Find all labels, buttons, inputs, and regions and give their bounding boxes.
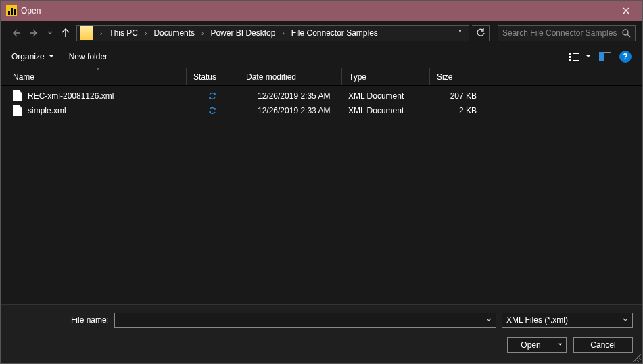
chevron-down-icon: [586, 54, 591, 59]
filename-combobox[interactable]: [114, 313, 496, 328]
help-icon: ?: [623, 52, 627, 61]
newfolder-button[interactable]: New folder: [69, 52, 108, 61]
chevron-right-icon: ›: [197, 30, 208, 37]
breadcrumb-seg-thispc[interactable]: This PC: [106, 28, 141, 38]
resize-grip[interactable]: [633, 354, 641, 362]
search-icon: [622, 29, 631, 38]
preview-pane-button[interactable]: [599, 52, 611, 61]
breadcrumb[interactable]: › This PC › Documents › Power BI Desktop…: [76, 25, 469, 41]
chevron-down-icon[interactable]: [486, 317, 492, 323]
svg-rect-6: [573, 60, 579, 61]
file-size-label: 2 KB: [429, 106, 481, 115]
breadcrumb-seg-samples[interactable]: File Connector Samples: [289, 28, 381, 38]
chevron-right-icon: ›: [141, 30, 151, 37]
file-row[interactable]: REC-xml-20081126.xml 12/26/2019 2:35 AM …: [10, 88, 633, 103]
chevron-down-icon[interactable]: ˅: [454, 30, 466, 37]
col-header-size[interactable]: Size: [429, 68, 481, 85]
chevron-down-icon: [558, 342, 563, 347]
refresh-button[interactable]: [472, 25, 490, 41]
col-name-label: Name: [13, 72, 34, 82]
organize-button[interactable]: Organize: [11, 52, 54, 61]
newfolder-label: New folder: [69, 52, 108, 61]
list-view-icon: [569, 52, 583, 61]
file-date-label: 12/26/2019 2:35 AM: [239, 91, 341, 101]
arrow-left-icon: [11, 28, 20, 38]
file-type-label: XML Document: [341, 91, 429, 101]
filename-input[interactable]: [119, 315, 486, 325]
col-size-label: Size: [437, 72, 452, 82]
window-title: Open: [21, 6, 611, 16]
chevron-down-icon: [47, 30, 53, 36]
recent-dropdown[interactable]: [45, 25, 55, 41]
titlebar: Open: [1, 1, 642, 21]
file-row[interactable]: simple.xml 12/26/2019 2:33 AM XML Docume…: [10, 103, 633, 118]
folder-icon: [80, 26, 93, 40]
file-icon: [13, 105, 22, 116]
svg-point-0: [623, 30, 628, 35]
preview-pane-icon: [599, 52, 611, 61]
breadcrumb-seg-powerbi[interactable]: Power BI Desktop: [208, 28, 278, 38]
search-box[interactable]: [498, 25, 636, 41]
refresh-icon: [476, 28, 485, 38]
col-header-name[interactable]: Name ˄: [10, 68, 186, 85]
cancel-label: Cancel: [590, 340, 615, 350]
col-header-type[interactable]: Type: [341, 68, 429, 85]
chevron-right-icon: ›: [96, 30, 106, 37]
filetype-select[interactable]: XML Files (*.xml): [502, 313, 633, 328]
toolbar: Organize New folder ?: [1, 45, 642, 68]
col-header-extra: [481, 68, 633, 85]
cancel-button[interactable]: Cancel: [573, 337, 633, 353]
app-icon: [6, 5, 17, 16]
chevron-down-icon: [623, 317, 628, 323]
file-type-label: XML Document: [341, 106, 429, 115]
file-icon: [13, 90, 22, 101]
svg-rect-5: [569, 59, 571, 61]
chevron-down-icon: [49, 54, 54, 59]
chevron-right-icon: ›: [278, 30, 288, 37]
organize-label: Organize: [11, 52, 45, 61]
open-button[interactable]: Open: [507, 337, 567, 353]
svg-rect-1: [569, 53, 571, 55]
file-name-label: simple.xml: [28, 106, 66, 115]
filename-label: File name:: [71, 315, 109, 325]
open-label: Open: [508, 338, 554, 352]
col-date-label: Date modified: [246, 72, 296, 82]
file-date-label: 12/26/2019 2:33 AM: [239, 106, 341, 115]
forward-button[interactable]: [26, 25, 43, 41]
sync-icon: [208, 106, 217, 115]
file-size-label: 207 KB: [429, 91, 481, 101]
up-button[interactable]: [57, 25, 74, 41]
close-button[interactable]: [611, 1, 641, 21]
navbar: › This PC › Documents › Power BI Desktop…: [1, 21, 642, 45]
svg-rect-2: [573, 53, 579, 54]
filetype-label: XML Files (*.xml): [506, 315, 568, 325]
help-button[interactable]: ?: [619, 51, 632, 63]
col-header-status[interactable]: Status: [186, 68, 239, 85]
search-input[interactable]: [502, 28, 618, 38]
open-dropdown[interactable]: [554, 338, 566, 352]
arrow-right-icon: [30, 28, 39, 38]
col-status-label: Status: [193, 72, 216, 82]
arrow-up-icon: [61, 28, 70, 38]
back-button[interactable]: [7, 25, 24, 41]
sort-asc-icon: ˄: [97, 68, 100, 74]
svg-rect-3: [569, 56, 571, 58]
col-header-date[interactable]: Date modified: [239, 68, 341, 85]
column-headers: Name ˄ Status Date modified Type Size: [1, 68, 642, 86]
file-name-label: REC-xml-20081126.xml: [28, 91, 114, 101]
svg-rect-4: [573, 57, 579, 57]
breadcrumb-seg-documents[interactable]: Documents: [151, 28, 197, 38]
col-type-label: Type: [349, 72, 366, 82]
sync-icon: [208, 91, 217, 101]
bottom-panel: File name: XML Files (*.xml) Open Cancel: [1, 304, 642, 363]
view-options-button[interactable]: [569, 52, 591, 61]
file-list: REC-xml-20081126.xml 12/26/2019 2:35 AM …: [1, 86, 642, 304]
svg-rect-8: [599, 52, 604, 61]
close-icon: [623, 7, 629, 14]
